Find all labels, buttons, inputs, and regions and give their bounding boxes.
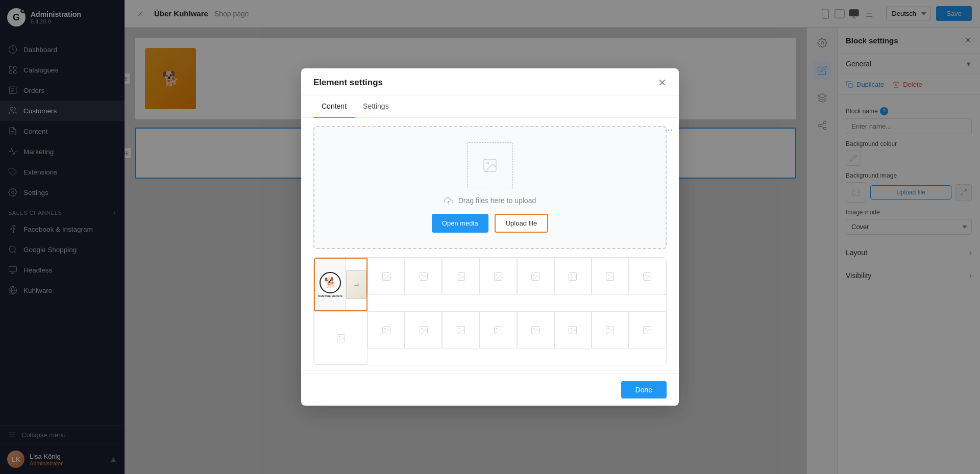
image-cell[interactable] xyxy=(517,311,554,348)
svg-point-63 xyxy=(645,275,647,276)
image-cell[interactable] xyxy=(592,258,629,295)
modal-header: Element settings ✕ xyxy=(301,68,679,95)
image-cell[interactable] xyxy=(479,311,517,348)
open-media-button[interactable]: Open media xyxy=(432,214,488,233)
upload-zone: Drag files here to upload Open media Upl… xyxy=(313,126,667,249)
element-settings-modal: Element settings ✕ Content Settings ⋯ Dr… xyxy=(301,68,679,406)
image-cell[interactable] xyxy=(517,258,554,295)
image-placeholder-icon xyxy=(482,157,498,173)
svg-point-61 xyxy=(608,275,609,276)
upload-cloud-icon xyxy=(444,196,453,206)
svg-point-75 xyxy=(533,328,535,330)
modal-tabs: Content Settings xyxy=(301,95,679,118)
tab-content[interactable]: Content xyxy=(313,95,355,118)
svg-point-79 xyxy=(608,328,609,330)
image-cell[interactable] xyxy=(368,258,405,295)
upload-buttons: Open media Upload file xyxy=(432,214,548,233)
svg-point-51 xyxy=(422,275,423,276)
image-grid: 🐕 Kuhlware Element 📖 xyxy=(314,258,666,365)
upload-placeholder xyxy=(467,142,513,188)
svg-point-46 xyxy=(486,162,488,164)
svg-point-77 xyxy=(571,328,572,330)
image-cell[interactable] xyxy=(592,311,629,348)
svg-point-67 xyxy=(384,328,385,330)
image-cell[interactable] xyxy=(554,311,592,348)
image-cell[interactable] xyxy=(442,311,479,348)
image-cell[interactable] xyxy=(629,311,666,348)
image-cell[interactable] xyxy=(405,311,442,348)
svg-point-59 xyxy=(571,275,572,276)
image-cell-selected[interactable]: 🐕 Kuhlware Element 📖 xyxy=(314,258,368,311)
tab-settings[interactable]: Settings xyxy=(355,95,397,118)
image-cell[interactable] xyxy=(314,311,368,365)
modal-title: Element settings xyxy=(313,78,383,88)
svg-point-71 xyxy=(459,328,460,330)
svg-point-49 xyxy=(384,275,385,276)
modal-close-button[interactable]: ✕ xyxy=(658,78,667,88)
image-cell[interactable] xyxy=(405,258,442,295)
upload-file-button[interactable]: Upload file xyxy=(495,214,548,233)
svg-point-73 xyxy=(496,328,498,330)
image-cell[interactable] xyxy=(368,311,405,348)
done-button[interactable]: Done xyxy=(621,381,667,398)
modal-overlay[interactable]: Element settings ✕ Content Settings ⋯ Dr… xyxy=(0,0,980,474)
image-grid-section: 🐕 Kuhlware Element 📖 xyxy=(313,257,667,365)
svg-point-81 xyxy=(645,328,647,330)
svg-point-53 xyxy=(459,275,460,276)
svg-point-55 xyxy=(496,275,498,276)
more-options-button[interactable]: ⋯ xyxy=(665,125,673,135)
svg-point-57 xyxy=(533,275,535,276)
image-cell[interactable] xyxy=(629,258,666,295)
svg-point-69 xyxy=(422,328,423,330)
image-cell[interactable] xyxy=(554,258,592,295)
drag-text: Drag files here to upload xyxy=(444,196,536,206)
modal-footer: Done xyxy=(301,373,679,406)
image-cell[interactable] xyxy=(479,258,517,295)
image-cell[interactable] xyxy=(442,258,479,295)
modal-body: ⋯ Drag files here to upload Open media U… xyxy=(301,118,679,373)
svg-point-65 xyxy=(338,336,340,337)
